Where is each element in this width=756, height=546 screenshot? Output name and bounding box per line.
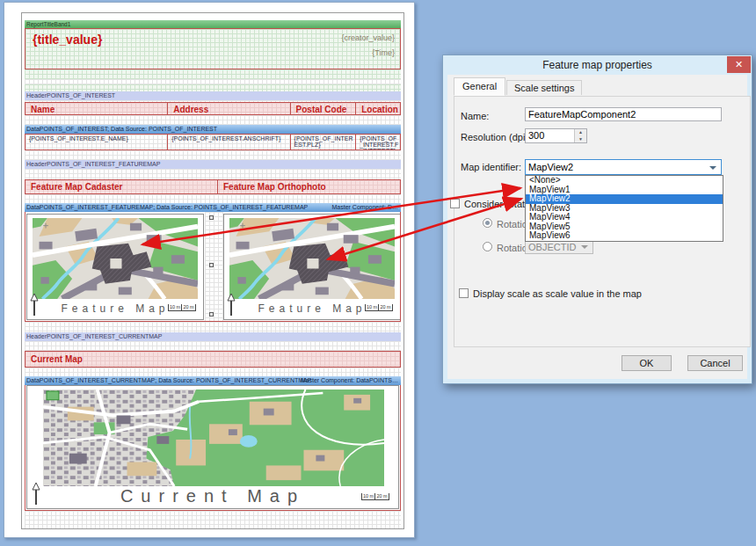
header-cell-location[interactable]: Location xyxy=(356,103,400,114)
band-data-featuremap-label: DataPOINTS_OF_INTEREST_FEATUREMAP; Data … xyxy=(26,204,308,210)
field-cell-address[interactable]: {POINTS_OF_INTEREST.ANSCHRIFT} xyxy=(168,135,290,149)
time-field[interactable]: {Time} xyxy=(341,48,395,57)
poi-header-row[interactable]: Name Address Postal Code Location xyxy=(25,102,401,115)
band-data-featuremap-master: Master Component: D… xyxy=(332,203,398,212)
band-header-featuremap[interactable]: HeaderPOINTS_OF_INTEREST_FEATUREMAP xyxy=(25,160,401,169)
title-value-field[interactable]: {title_value} xyxy=(33,33,102,47)
band-data-featuremap[interactable]: DataPOINTS_OF_INTEREST_FEATUREMAP; Data … xyxy=(25,203,401,212)
feature-map-thumbnail-orthophoto xyxy=(229,218,395,299)
featuremap-header-row[interactable]: Feature Map Cadaster Feature Map Orthoph… xyxy=(25,179,401,194)
band-header-featuremap-label: HeaderPOINTS_OF_INTEREST_FEATUREMAP xyxy=(26,161,160,167)
band-report-title-label: ReportTitleBand1 xyxy=(26,21,70,27)
spinner-up-icon[interactable]: ▲ xyxy=(575,129,586,136)
north-arrow-icon xyxy=(30,294,39,317)
header-cell-cadaster[interactable]: Feature Map Cadaster xyxy=(25,180,218,193)
header-cell-orthophoto[interactable]: Feature Map Orthophoto xyxy=(218,180,400,193)
feature-map-component-2[interactable]: Feature Map 10 m 20 m xyxy=(223,214,401,320)
band-header-currentmap[interactable]: HeaderPOINTS_OF_INTEREST_CURRENTMAP xyxy=(25,332,401,341)
cancel-button[interactable]: Cancel xyxy=(687,355,743,371)
grid-row xyxy=(25,368,401,376)
ok-button[interactable]: OK xyxy=(622,355,672,371)
grid-row xyxy=(25,115,401,125)
grid-row xyxy=(25,69,401,79)
scale-10m: 10 m xyxy=(365,304,379,311)
scale-20m: 20 m xyxy=(379,304,393,311)
current-map-thumbnail xyxy=(43,389,384,486)
creator-value-field[interactable]: {creator_value} xyxy=(341,33,395,42)
dialog-content: General Scale settings Name: Resolution … xyxy=(447,75,747,379)
band-header-poi-label: HeaderPOINTS_OF_INTEREST xyxy=(26,92,115,98)
report-title-area[interactable]: {title_value} {creator_value} {Time} xyxy=(25,28,401,69)
current-map-caption: Current Map xyxy=(27,486,398,506)
dropdown-option-mapview6[interactable]: MapView6 xyxy=(526,231,723,241)
band-header-currentmap-label: HeaderPOINTS_OF_INTEREST_CURRENTMAP xyxy=(26,333,162,339)
header-cell-name[interactable]: Name xyxy=(25,103,168,114)
spinner-down-icon[interactable]: ▼ xyxy=(575,136,586,143)
dropdown-option-none[interactable]: <None> xyxy=(526,176,723,186)
header-cell-postal[interactable]: Postal Code xyxy=(291,103,357,114)
map-identifier-value: MapView2 xyxy=(526,160,721,174)
screen: { "report": { "bands": { "report_title":… xyxy=(0,0,756,546)
dialog-title: Feature map properties xyxy=(447,55,747,75)
chevron-down-icon[interactable] xyxy=(709,166,716,170)
name-input[interactable] xyxy=(525,107,722,121)
header-cell-currentmap[interactable]: Current Map xyxy=(25,352,400,364)
band-data-poi-label: DataPOINTS_OF_INTEREST; Data Source: POI… xyxy=(26,126,217,132)
report-page: ReportTitleBand1 {title_value} {creator_… xyxy=(4,2,415,538)
dropdown-option-mapview4[interactable]: MapView4 xyxy=(526,213,723,222)
field-cell-postal[interactable]: {POINTS_OF_INTEREST.PLZ} xyxy=(291,135,357,149)
tab-scale-settings[interactable]: Scale settings xyxy=(506,80,582,95)
rotation-value-radio[interactable] xyxy=(483,218,492,228)
scale-10m: 10 m xyxy=(168,304,182,311)
band-data-currentmap-label: DataPOINTS_OF_INTEREST_CURRENTMAP; Data … xyxy=(26,377,311,383)
scale-bar: 10 m 20 m xyxy=(365,304,393,311)
scale-bar: 10 m 20 m xyxy=(361,493,389,500)
field-cell-name[interactable]: {POINTS_OF_INTEREST.E_NAME} xyxy=(25,135,168,149)
rotation-field-combobox: OBJECTID xyxy=(525,239,593,254)
field-cell-location[interactable]: {POINTS_OF_INTEREST.F_INTEREST} xyxy=(356,135,400,149)
band-data-currentmap[interactable]: DataPOINTS_OF_INTEREST_CURRENTMAP; Data … xyxy=(25,376,401,385)
scale-10m: 10 m xyxy=(361,493,375,500)
selection-handle[interactable] xyxy=(209,312,214,317)
grid-row xyxy=(25,511,401,528)
close-icon[interactable]: ✕ xyxy=(727,56,751,73)
grid-row xyxy=(25,150,401,160)
feature-map-component-1[interactable]: Feature Map 10 m 20 m xyxy=(26,214,204,320)
header-cell-address[interactable]: Address xyxy=(168,103,290,114)
display-scale-checkbox[interactable] xyxy=(459,288,469,298)
currentmap-header-row[interactable]: Current Map xyxy=(25,351,401,368)
scale-20m: 20 m xyxy=(182,304,196,311)
chevron-down-icon xyxy=(581,245,588,249)
consider-rotation-checkbox[interactable] xyxy=(450,199,460,208)
dropdown-option-mapview2[interactable]: MapView2 xyxy=(526,194,723,204)
band-data-poi[interactable]: DataPOINTS_OF_INTEREST; Data Source: POI… xyxy=(25,125,401,134)
north-arrow-icon xyxy=(227,294,236,317)
scale-20m: 20 m xyxy=(375,493,389,500)
map-identifier-label: Map identifier: xyxy=(461,162,521,172)
band-data-currentmap-master: Master Component: DataPOINTS… xyxy=(301,376,398,385)
featuremap-data-band[interactable]: Feature Map 10 m 20 m Feature Map 10 m 2… xyxy=(25,212,401,322)
feature-map-thumbnail-cadaster xyxy=(33,218,198,299)
map-identifier-combobox[interactable]: MapView2 xyxy=(525,159,722,175)
rotation-field-radio[interactable] xyxy=(483,242,492,251)
display-scale-label: Display scale as scale value in the map xyxy=(473,288,642,299)
current-map-component[interactable]: Current Map 10 m 20 m xyxy=(26,385,399,509)
band-report-title[interactable]: ReportTitleBand1 xyxy=(25,20,401,28)
grid-gap xyxy=(205,212,223,322)
band-header-poi[interactable]: HeaderPOINTS_OF_INTEREST xyxy=(25,91,401,100)
resolution-spinner[interactable]: 300 ▲ ▼ xyxy=(525,128,587,143)
poi-data-row[interactable]: {POINTS_OF_INTEREST.E_NAME} {POINTS_OF_I… xyxy=(25,134,401,150)
name-label: Name: xyxy=(461,111,489,121)
grid-row xyxy=(25,84,401,91)
north-arrow-icon xyxy=(32,483,40,506)
resolution-value[interactable]: 300 xyxy=(526,129,574,142)
selection-handle[interactable] xyxy=(209,215,214,220)
grid-row xyxy=(25,322,401,332)
tab-general[interactable]: General xyxy=(454,77,505,96)
currentmap-data-band[interactable]: Current Map 10 m 20 m xyxy=(25,385,401,511)
feature-map-properties-dialog: Feature map properties ✕ General Scale s… xyxy=(442,55,752,384)
grid-row xyxy=(25,194,401,203)
selection-handle[interactable] xyxy=(209,263,214,267)
scale-bar: 10 m 20 m xyxy=(168,304,196,311)
resolution-label: Resolution (dpi): xyxy=(461,132,531,142)
